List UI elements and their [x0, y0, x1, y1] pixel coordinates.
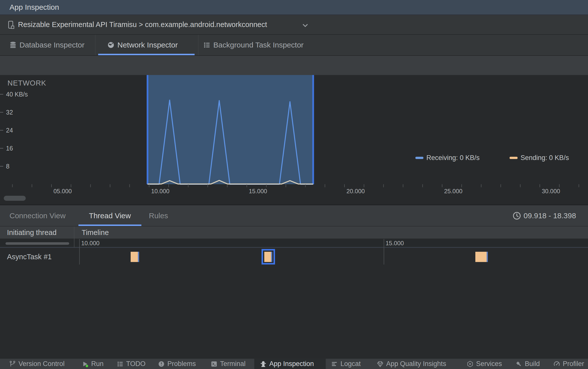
request-block-receiving[interactable]	[138, 252, 139, 262]
tool-window-button-label: Services	[476, 360, 502, 368]
task-list-icon	[203, 41, 211, 49]
selection-region[interactable]	[148, 75, 313, 184]
y-axis-label: 16	[6, 144, 13, 152]
tool-window-button-label: Logcat	[340, 360, 361, 368]
terminal-icon	[211, 360, 218, 368]
network-chart-canvas[interactable]	[0, 75, 588, 204]
tool-window-button-services[interactable]: Services	[467, 359, 502, 369]
request-block-sending[interactable]	[264, 252, 271, 262]
y-axis-label: 40 KB/s	[6, 90, 28, 98]
request-block-receiving[interactable]	[487, 252, 488, 262]
y-axis-label: 8	[6, 162, 9, 170]
tool-window-button-terminal[interactable]: Terminal	[211, 359, 246, 369]
selected-time-range: 09.918 - 18.398	[524, 205, 576, 226]
legend-label: Sending: 0 KB/s	[521, 154, 569, 162]
todo-list-icon	[117, 360, 124, 368]
tool-window-button-todo[interactable]: TODO	[117, 359, 146, 369]
diamond-icon	[377, 360, 384, 368]
tool-window-bar: Version ControlRunTODOProblemsTerminalAp…	[0, 358, 588, 369]
legend-item-sending: Sending: 0 KB/s	[510, 154, 569, 162]
tool-window-button-label: Terminal	[220, 360, 246, 368]
tool-window-button-build[interactable]: Build	[515, 359, 540, 369]
clock-icon	[513, 212, 521, 220]
window-title: App Inspection	[9, 0, 59, 14]
tab-label: Background Task Inspector	[213, 41, 303, 49]
request-block-sending[interactable]	[475, 252, 487, 262]
selection-right-handle[interactable]	[312, 75, 314, 184]
selection-left-handle[interactable]	[147, 75, 148, 184]
view-tab-rules[interactable]: Rules	[149, 205, 168, 226]
tool-window-button-label: App Inspection	[269, 360, 314, 368]
inspector-icon	[260, 360, 267, 368]
view-tab-label: Rules	[149, 212, 168, 220]
app-inspection-window: App Inspection Resizable Experimental AP…	[0, 0, 588, 369]
legend-swatch	[510, 157, 518, 159]
tool-window-button-label: Version Control	[18, 360, 65, 368]
view-tab-label: Connection View	[9, 212, 66, 220]
chart-title: NETWORK	[7, 79, 46, 87]
horizontal-scrollbar-thumb[interactable]	[5, 242, 69, 245]
timeline-scale-tick	[384, 239, 384, 264]
x-axis-label: 10.000	[151, 188, 169, 195]
timeline-scale-tick	[79, 239, 80, 264]
branch-icon	[9, 360, 16, 368]
tool-window-button-label: App Quality Insights	[386, 360, 446, 368]
y-axis-label: 32	[6, 108, 13, 116]
tool-window-button-app-inspection[interactable]: App Inspection	[260, 359, 314, 369]
tool-window-button-profiler[interactable]: Profiler	[553, 359, 584, 369]
database-icon	[9, 41, 17, 49]
selected-tool-window-tile[interactable]: App Inspection	[254, 359, 326, 369]
resizable-device-icon	[7, 20, 15, 30]
view-tab-thread-view[interactable]: Thread View	[78, 205, 141, 226]
legend-label: Receiving: 0 KB/s	[426, 154, 480, 162]
timeline-scale-label: 15.000	[386, 240, 404, 247]
tool-window-button-label: Profiler	[563, 360, 584, 368]
request-block-receiving[interactable]	[271, 252, 272, 262]
legend-item-receiving: Receiving: 0 KB/s	[415, 154, 480, 162]
tool-window-button-version-control[interactable]: Version Control	[9, 359, 65, 369]
thread-row-label: AsyncTask #1	[7, 248, 52, 266]
x-axis-label: 15.000	[249, 188, 267, 195]
view-tab-connection-view[interactable]: Connection View	[9, 205, 66, 226]
view-tabs: 09.918 - 18.398 Connection ViewThread Vi…	[0, 205, 588, 226]
run-icon	[82, 360, 89, 368]
inspector-tabs: Database InspectorNetwork InspectorBackg…	[0, 35, 588, 56]
profiler-icon	[553, 360, 560, 368]
tool-window-titlebar: App Inspection	[0, 0, 588, 15]
tool-window-button-logcat[interactable]: Logcat	[331, 359, 361, 369]
x-axis-label: 20.000	[346, 188, 365, 195]
device-process-label: Resizable Experimental API Tiramisu > co…	[18, 15, 267, 34]
y-axis-label: 24	[6, 126, 13, 134]
tab-database-inspector[interactable]: Database Inspector	[3, 35, 95, 55]
request-block-sending[interactable]	[131, 252, 138, 262]
chevron-down-icon	[302, 24, 308, 27]
device-process-selector[interactable]: Resizable Experimental API Tiramisu > co…	[0, 15, 588, 35]
column-header-initiating-thread: Initiating thread	[7, 226, 56, 238]
build-icon	[515, 360, 522, 368]
column-header-timeline: Timeline	[82, 226, 109, 238]
network-timeline-chart[interactable]: NETWORK 40 KB/s3224168 05.00010.00015.00…	[0, 75, 588, 204]
tool-window-button-label: Problems	[167, 360, 196, 368]
x-axis-label: 30.000	[542, 188, 560, 195]
problems-icon	[158, 360, 165, 368]
tab-label: Network Inspector	[117, 41, 178, 49]
timeline-scrollbar-thumb[interactable]	[4, 196, 26, 201]
tab-background-task-inspector[interactable]: Background Task Inspector	[198, 35, 318, 55]
tool-window-button-run[interactable]: Run	[82, 359, 104, 369]
thread-rows-area: AsyncTask #1	[0, 248, 588, 358]
selected-view-tab-underline	[78, 224, 141, 226]
tool-window-button-label: Run	[91, 360, 104, 368]
timeline-scale-label: 10.000	[81, 240, 99, 247]
tool-window-button-label: Build	[525, 360, 540, 368]
tool-window-button-problems[interactable]: Problems	[158, 359, 196, 369]
logcat-icon	[331, 360, 338, 368]
inspector-toolbar	[0, 56, 588, 75]
services-icon	[467, 360, 474, 368]
selected-tab-underline	[98, 54, 195, 55]
tool-window-button-app-quality-insights[interactable]: App Quality Insights	[377, 359, 446, 369]
x-axis-label: 05.000	[53, 188, 72, 195]
timeline-scale-row: 10.00015.000	[0, 239, 588, 248]
legend-swatch	[415, 157, 423, 159]
globe-icon	[107, 41, 115, 49]
tab-network-inspector[interactable]: Network Inspector	[95, 35, 198, 55]
